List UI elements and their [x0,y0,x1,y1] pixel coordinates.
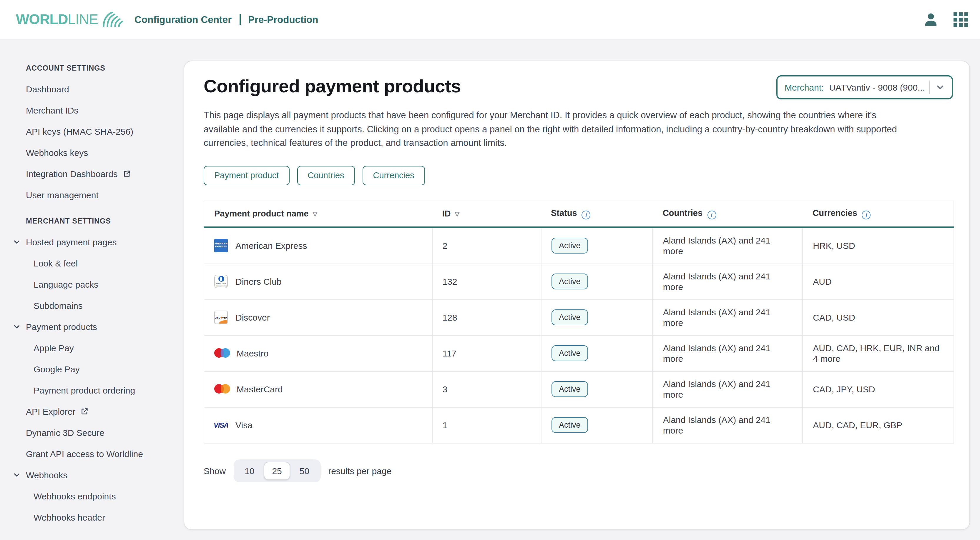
product-name: Diners Club [235,276,282,287]
info-icon[interactable] [862,210,871,219]
sidebar-item-webhooks[interactable]: Webhooks [13,464,184,485]
sidebar-item-api-keys[interactable]: API keys (HMAC SHA-256) [13,121,184,142]
sidebar-item-integration-dashboards[interactable]: Integration Dashboards [13,163,184,184]
column-header-status: Status [541,200,653,227]
user-icon[interactable] [923,11,939,27]
page-title: Configured payment products [204,74,461,99]
chevron-down-icon [936,83,945,92]
status-badge: Active [551,238,588,254]
sort-icon[interactable] [455,211,459,217]
sidebar-item-dynamic-3d-secure[interactable]: Dynamic 3D Secure [13,422,184,443]
sidebar-item-payment-products[interactable]: Payment products [13,316,184,337]
sidebar-item-grant-api-access[interactable]: Grant API access to Worldline [13,443,184,464]
page-size-10-button[interactable]: 10 [236,461,262,480]
merchant-selector[interactable]: Merchant: UATVantiv - 9008 (900... [776,75,953,99]
chevron-down-icon [14,472,20,478]
american-express-logo: AMERICANEXPRESS [214,239,228,253]
mastercard-logo [214,384,230,394]
results-per-page-label: results per page [328,465,391,476]
maestro-logo [214,348,230,358]
results-per-page-control: 10 25 50 [233,459,320,482]
status-badge: Active [551,273,588,289]
page-size-25-button[interactable]: 25 [264,461,290,480]
product-countries: Aland Islands (AX) and 241 more [653,227,803,264]
payment-products-table: Payment product name ID Status Countries… [204,200,954,443]
logo-word-bold: WORLD [16,11,68,28]
sort-icon[interactable] [313,211,317,217]
merchant-selector-divider [929,81,930,94]
sidebar-item-api-explorer[interactable]: API Explorer [13,400,184,422]
show-label: Show [204,465,226,476]
grid-apps-icon[interactable] [953,12,968,27]
app-title: Configuration Center [135,14,232,25]
filter-payment-product-button[interactable]: Payment product [204,165,289,185]
product-currencies: AUD, CAD, HRK, EUR, INR and 4 more [803,335,954,371]
diners-club-logo: Diners Club INTERNATIONAL [214,275,228,288]
environment-badge: Pre-Production [248,14,318,25]
main-content-card: Configured payment products Merchant: UA… [184,60,970,530]
page-size-50-button[interactable]: 50 [291,461,318,480]
table-row-visa[interactable]: VISA Visa 1 Active Aland Islands (AX) an… [204,407,954,443]
table-row-mastercard[interactable]: MasterCard 3 Active Aland Islands (AX) a… [204,371,954,407]
top-bar: WORLDLINE Configuration Center Pre-Produ… [0,0,980,40]
status-badge: Active [551,381,588,397]
filter-currencies-button[interactable]: Currencies [362,165,425,185]
info-icon[interactable] [582,210,591,219]
product-name: American Express [235,240,307,251]
sidebar-item-subdomains[interactable]: Subdomains [13,295,184,316]
sidebar-item-look-and-feel[interactable]: Look & feel [13,253,184,273]
filter-countries-button[interactable]: Countries [297,165,355,185]
info-icon[interactable] [707,210,716,219]
table-row-maestro[interactable]: Maestro 117 Active Aland Islands (AX) an… [204,335,954,371]
product-currencies: AUD [803,264,954,299]
product-id: 117 [432,335,541,371]
product-name: Discover [235,312,270,322]
sidebar-section-account-settings: ACCOUNT SETTINGS [13,64,184,72]
logo-word-light: LINE [68,11,98,28]
worldline-logo[interactable]: WORLDLINE [16,11,124,28]
sidebar-item-dashboard[interactable]: Dashboard [13,78,184,99]
pagination-bar: Show 10 25 50 results per page [204,459,953,482]
sidebar-item-payment-product-ordering[interactable]: Payment product ordering [13,380,184,400]
product-name: MasterCard [237,384,283,394]
product-currencies: CAD, JPY, USD [803,371,954,407]
visa-logo: VISA [214,418,228,432]
table-row-american-express[interactable]: AMERICANEXPRESS American Express 2 Activ… [204,227,954,264]
sidebar: ACCOUNT SETTINGS Dashboard Merchant IDs … [0,40,184,540]
sidebar-item-language-packs[interactable]: Language packs [13,273,184,295]
product-id: 2 [432,227,541,264]
filter-bar: Payment product Countries Currencies [204,165,953,185]
column-header-payment-product-name: Payment product name [204,200,432,227]
product-countries: Aland Islands (AX) and 241 more [653,371,803,407]
sidebar-item-hosted-payment-pages[interactable]: Hosted payment pages [13,231,184,253]
sidebar-section-merchant-settings: MERCHANT SETTINGS [13,217,184,225]
product-countries: Aland Islands (AX) and 241 more [653,335,803,371]
worldline-wave-icon [102,12,124,27]
chevron-down-icon [14,323,20,330]
table-row-diners-club[interactable]: Diners Club INTERNATIONAL Diners Club 13… [204,264,954,299]
column-header-currencies: Currencies [803,200,954,227]
product-currencies: HRK, USD [803,227,954,264]
merchant-selector-value: UATVantiv - 9008 (900... [829,83,926,92]
product-currencies: AUD, CAD, EUR, GBP [803,407,954,443]
external-link-icon [123,170,130,177]
page-description: This page displays all payment products … [204,108,910,150]
sidebar-item-google-pay[interactable]: Google Pay [13,358,184,380]
sidebar-item-webhooks-endpoints[interactable]: Webhooks endpoints [13,485,184,507]
sidebar-item-webhooks-header[interactable]: Webhooks header [13,507,184,528]
status-badge: Active [551,345,588,361]
status-badge: Active [551,310,588,325]
worldline-configuration-center: WORLDLINE Configuration Center Pre-Produ… [0,0,980,540]
product-name: Visa [235,420,253,430]
sidebar-item-webhooks-keys[interactable]: Webhooks keys [13,142,184,163]
sidebar-item-user-management[interactable]: User management [13,184,184,205]
product-countries: Aland Islands (AX) and 241 more [653,264,803,299]
discover-logo: DISCVER [214,311,228,324]
sidebar-item-merchant-ids[interactable]: Merchant IDs [13,99,184,121]
table-row-discover[interactable]: DISCVER Discover 128 Active Aland Island… [204,299,954,335]
product-name: Maestro [237,348,268,359]
table-header-row: Payment product name ID Status Countries… [204,200,954,227]
status-badge: Active [551,417,588,433]
sidebar-item-apple-pay[interactable]: Apple Pay [13,337,184,358]
column-header-id: ID [432,200,541,227]
